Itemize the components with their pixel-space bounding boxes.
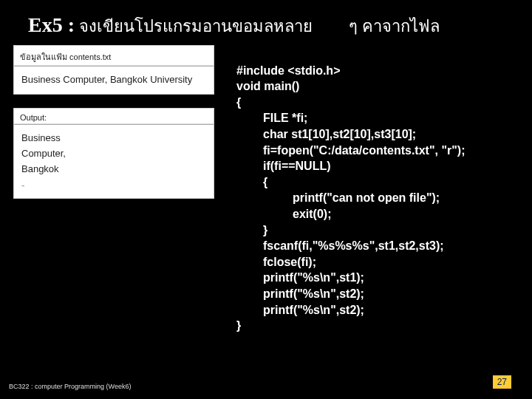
code-line: { xyxy=(236,96,241,109)
output-line: Computer, xyxy=(21,146,206,162)
code-line: printf("%s\n",st2); xyxy=(236,302,532,318)
code-line: FILE *fi; xyxy=(236,110,532,126)
code-line: fi=fopen("C:/data/contents.txt", "r"); xyxy=(236,143,532,159)
code-line: printf("%s\n",st2); xyxy=(236,286,532,302)
code-line: } xyxy=(236,319,241,332)
code-line: } xyxy=(236,222,532,239)
output-line: Business xyxy=(21,131,206,146)
code-line: char st1[10],st2[10],st3[10]; xyxy=(236,126,532,143)
left-column: ข้อมูลในแฟ้ม contents.txt Business Compu… xyxy=(13,45,214,212)
exercise-label: Ex5 : xyxy=(28,13,75,36)
output-label: Output: xyxy=(14,109,214,124)
code-line: exit(0); xyxy=(236,206,532,222)
title-text-right: ๆ คาจากไฟล xyxy=(349,17,440,35)
code-line: { xyxy=(236,174,532,191)
title-text-left: จงเขียนโปรแกรมอานขอมลหลาย xyxy=(79,17,313,35)
output-caret: - xyxy=(21,177,206,194)
slide-title: Ex5 : จงเขียนโปรแกรมอานขอมลหลาย ๆ คาจากไ… xyxy=(0,0,532,45)
file-content: Business Computer, Bangkok University xyxy=(14,66,214,94)
code-line: if(fi==NULL) xyxy=(236,158,532,174)
code-line: fclose(fi); xyxy=(236,254,532,270)
code-line: printf("can not open file"); xyxy=(236,190,532,206)
code-line: #include <stdio.h> xyxy=(236,64,340,77)
code-line: void main() xyxy=(236,80,299,92)
page-number: 27 xyxy=(493,375,511,389)
file-label: ข้อมูลในแฟ้ม contents.txt xyxy=(14,46,214,66)
file-contents-box: ข้อมูลในแฟ้ม contents.txt Business Compu… xyxy=(13,45,214,95)
output-line: Bangkok xyxy=(21,162,206,177)
code-block: #include <stdio.h> void main() { FILE *f… xyxy=(214,45,532,349)
code-line: fscanf(fi,"%s%s%s",st1,st2,st3); xyxy=(236,238,532,254)
output-box: Output: Business Computer, Bangkok - xyxy=(13,108,214,199)
code-line: printf("%s\n",st1); xyxy=(236,270,532,286)
footer-text: BC322 : computer Programming (Week6) xyxy=(9,383,131,390)
